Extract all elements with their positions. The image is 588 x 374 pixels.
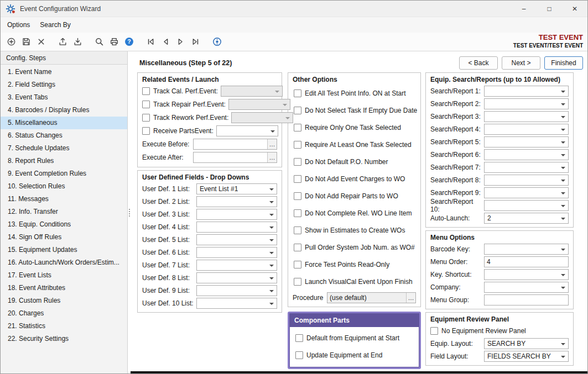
new-icon[interactable] [4, 34, 19, 49]
back-button[interactable]: < Back [459, 56, 498, 70]
user-def-10-dropdown[interactable] [196, 298, 277, 309]
previous-record-icon[interactable] [158, 34, 173, 49]
sidebar-item-report-rules[interactable]: 8. Report Rules [1, 155, 127, 167]
search-icon[interactable] [92, 34, 107, 49]
edit-all-test-point-checkbox[interactable] [294, 89, 301, 97]
sidebar-item-info-transfer[interactable]: 12. Info. Transfer [1, 206, 127, 218]
print-icon[interactable] [107, 34, 122, 49]
save-icon[interactable] [19, 34, 34, 49]
search-report-7-dropdown[interactable] [484, 162, 569, 173]
procedure-input[interactable]: (use default) … [327, 292, 416, 303]
sidebar-item-selection-rules[interactable]: 10. Selection Rules [1, 180, 127, 193]
no-equipment-review-checkbox[interactable] [430, 327, 438, 335]
execute-after-input[interactable]: … [193, 152, 277, 163]
menu-options[interactable]: Options [2, 18, 35, 31]
user-def-5-dropdown[interactable] [196, 234, 277, 245]
receive-parts-event-dropdown[interactable] [216, 125, 278, 136]
sidebar-item-status-changes[interactable]: 6. Status Changes [1, 129, 127, 142]
navigator-icon[interactable] [210, 34, 225, 49]
close-button[interactable]: ✕ [562, 1, 587, 17]
next-button[interactable]: Next > [502, 56, 540, 70]
require-only-one-task-checkbox[interactable] [294, 124, 301, 131]
user-def-2-dropdown[interactable] [196, 196, 277, 207]
pull-order-system-job-num-checkbox[interactable] [294, 244, 301, 251]
sidebar-item-event-tabs[interactable]: 3. Event Tabs [1, 91, 127, 104]
sidebar-item-auto-launch-work-orders[interactable]: 16. Auto-Launch/Work Orders/Estim... [1, 256, 127, 269]
execute-before-input[interactable]: … [193, 139, 277, 150]
launch-visualcal-checkbox[interactable] [294, 278, 301, 286]
do-not-select-task-checkbox[interactable] [294, 107, 301, 114]
require-at-least-one-task-checkbox[interactable] [294, 141, 301, 149]
show-in-estimates-checkbox[interactable] [294, 226, 301, 234]
do-not-add-event-charges-checkbox[interactable] [294, 175, 301, 183]
procedure-browse-button[interactable]: … [406, 293, 415, 303]
search-report-8-dropdown[interactable] [484, 175, 569, 186]
key-shortcut-dropdown[interactable] [484, 269, 569, 280]
user-def-1-dropdown[interactable]: Event List #1 [196, 183, 277, 194]
do-not-complete-wo-line-checkbox[interactable] [294, 209, 301, 217]
do-not-default-po-checkbox[interactable] [294, 158, 301, 166]
sidebar-item-event-lists[interactable]: 17. Event Lists [1, 269, 127, 282]
next-record-icon[interactable] [173, 34, 188, 49]
force-test-points-read-only-checkbox[interactable] [294, 261, 301, 268]
menu-order-input[interactable]: 4 [484, 256, 569, 267]
search-report-3-dropdown[interactable] [484, 111, 569, 122]
execute-before-browse-button[interactable]: … [267, 139, 277, 149]
auto-launch-dropdown[interactable]: 2 [484, 213, 569, 224]
track-cal-perf-checkbox[interactable] [142, 87, 150, 95]
equip-layout-dropdown[interactable]: SEARCH BY [484, 338, 569, 349]
user-def-4-dropdown[interactable] [196, 222, 277, 233]
menu-group-input[interactable] [484, 294, 569, 305]
sidebar-item-security-settings[interactable]: 22. Security Settings [1, 333, 127, 345]
maximize-button[interactable]: □ [537, 1, 562, 17]
help-icon[interactable]: ? [122, 34, 137, 49]
search-report-6-dropdown[interactable] [484, 149, 569, 160]
user-def-8-dropdown[interactable] [196, 272, 277, 283]
sidebar-item-miscellaneous[interactable]: 5. Miscellaneous [1, 117, 127, 129]
user-def-3-dropdown[interactable] [196, 209, 277, 220]
search-report-9-dropdown[interactable] [484, 187, 569, 198]
sidebar-item-sign-off-rules[interactable]: 14. Sign Off Rules [1, 231, 127, 244]
sidebar-item-statistics[interactable]: 21. Statistics [1, 320, 127, 333]
do-not-add-repair-parts-checkbox[interactable] [294, 192, 301, 200]
field-layout-dropdown[interactable]: FIELDS SEARCH BY [484, 351, 569, 362]
sidebar-item-equipment-updates[interactable]: 15. Equipment Updates [1, 244, 127, 256]
sidebar-item-field-settings[interactable]: 2. Field Settings [1, 78, 127, 91]
execute-after-browse-button[interactable]: … [267, 152, 277, 162]
export-icon[interactable] [55, 34, 70, 49]
user-def-6-dropdown[interactable] [196, 247, 277, 258]
minimize-button[interactable]: – [511, 1, 537, 17]
sidebar-item-charges[interactable]: 20. Charges [1, 307, 127, 320]
barcode-key-dropdown[interactable] [484, 244, 569, 255]
search-report-10-dropdown[interactable] [484, 200, 569, 211]
track-repair-event-dropdown[interactable] [228, 99, 290, 110]
sidebar-item-equip-conditions[interactable]: 13. Equip. Conditions [1, 218, 127, 231]
search-report-2-dropdown[interactable] [484, 98, 569, 109]
user-def-7-dropdown[interactable] [196, 260, 277, 271]
sidebar-item-custom-rules[interactable]: 19. Custom Rules [1, 294, 127, 307]
track-repair-perf-checkbox[interactable] [142, 101, 150, 108]
track-rework-event-dropdown[interactable] [231, 112, 293, 123]
sidebar-item-barcodes-display-rules[interactable]: 4. Barcodes / Display Rules [1, 104, 127, 117]
track-rework-perf-checkbox[interactable] [142, 114, 150, 122]
sidebar-item-messages[interactable]: 11. Messages [1, 193, 127, 206]
search-report-1-dropdown[interactable] [484, 86, 569, 97]
update-equipment-at-end-checkbox[interactable] [295, 351, 303, 359]
receive-parts-checkbox[interactable] [142, 127, 150, 135]
menu-search-by[interactable]: Search By [35, 18, 75, 31]
sidebar-item-event-attributes[interactable]: 18. Event Attributes [1, 282, 127, 294]
import-icon[interactable] [70, 34, 85, 49]
default-from-equipment-checkbox[interactable] [295, 334, 303, 342]
sidebar-item-event-name[interactable]: 1. Event Name [1, 66, 127, 78]
user-def-9-dropdown[interactable] [196, 285, 277, 296]
search-report-5-dropdown[interactable] [484, 136, 569, 148]
first-record-icon[interactable] [143, 34, 158, 49]
search-report-4-dropdown[interactable] [484, 124, 569, 135]
last-record-icon[interactable] [188, 34, 203, 49]
track-cal-event-dropdown[interactable] [221, 86, 283, 97]
company-dropdown[interactable] [484, 282, 569, 293]
sidebar-item-schedule-updates[interactable]: 7. Schedule Updates [1, 142, 127, 155]
sidebar-item-event-completion-rules[interactable]: 9. Event Completion Rules [1, 167, 127, 180]
finished-button[interactable]: Finished [544, 56, 583, 70]
delete-icon[interactable] [34, 34, 49, 49]
